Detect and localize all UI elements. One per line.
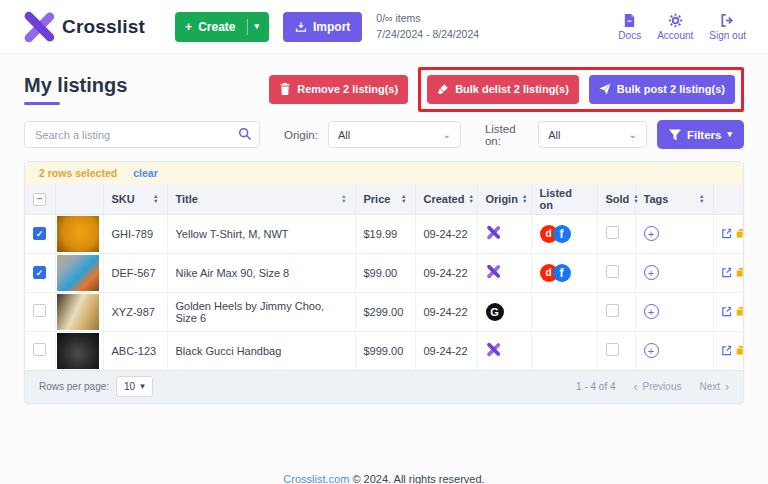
bulk-delist-button[interactable]: Bulk delist 2 listing(s): [427, 75, 579, 104]
page-title: My listings: [24, 74, 127, 105]
column-header-origin[interactable]: Origin▲▼: [477, 184, 531, 214]
row-checkbox[interactable]: [33, 304, 46, 317]
search-input[interactable]: [24, 121, 260, 148]
add-tag-icon[interactable]: +: [644, 343, 659, 358]
search-wrap: [24, 121, 260, 148]
row-created: 09-24-22: [415, 253, 477, 292]
nav-docs[interactable]: Docs: [618, 13, 641, 41]
crosslist-origin-icon: [486, 225, 501, 240]
crosslist-origin-icon: [486, 264, 501, 279]
row-select-cell[interactable]: [25, 253, 55, 292]
column-header-price[interactable]: Price▲▼: [355, 184, 415, 214]
sign-out-icon: [720, 13, 735, 28]
column-header-title[interactable]: Title▲▼: [167, 184, 355, 214]
filters-button[interactable]: Filters ▾: [657, 120, 744, 149]
column-header-listed-on: Listed on▲▼: [531, 184, 597, 214]
sold-checkbox[interactable]: [606, 226, 619, 239]
column-header-created[interactable]: Created▲▼: [415, 184, 477, 214]
brand[interactable]: Crosslist: [22, 10, 145, 44]
row-sku: DEF-567: [103, 253, 167, 292]
page-footer: Crosslist.com © 2024. All rights reserve…: [0, 470, 768, 484]
row-select-cell[interactable]: [25, 214, 55, 253]
row-title: Yellow T-Shirt, M, NWT: [167, 214, 355, 253]
listing-photo[interactable]: [57, 333, 99, 369]
nav-sign-out[interactable]: Sign out: [709, 13, 746, 41]
row-checkbox[interactable]: [33, 266, 46, 279]
row-listed-on: df: [531, 253, 597, 292]
listing-photo[interactable]: [57, 294, 99, 330]
row-image-cell: [55, 331, 103, 370]
column-header-select-all[interactable]: [25, 184, 55, 214]
row-sold-cell[interactable]: [597, 253, 635, 292]
add-tag-icon[interactable]: +: [644, 226, 659, 241]
listing-photo[interactable]: [57, 216, 99, 252]
row-sold-cell[interactable]: [597, 214, 635, 253]
column-header-sku[interactable]: SKU▲▼: [103, 184, 167, 214]
open-listing-icon[interactable]: [722, 266, 732, 279]
duplicate-icon[interactable]: [736, 266, 744, 279]
clear-selection-link[interactable]: clear: [133, 167, 158, 179]
sold-checkbox[interactable]: [606, 265, 619, 278]
site-link[interactable]: Crosslist.com: [283, 473, 349, 484]
column-header-sold[interactable]: Sold▲▼: [597, 184, 635, 214]
add-tag-icon[interactable]: +: [644, 304, 659, 319]
rows-per-page-select[interactable]: 10 ▾: [116, 376, 153, 397]
bulk-post-button[interactable]: Bulk post 2 listing(s): [589, 75, 735, 104]
row-actions: [713, 214, 744, 253]
duplicate-icon[interactable]: [736, 305, 744, 318]
open-listing-icon[interactable]: [722, 344, 732, 357]
origin-select[interactable]: All ⌄: [328, 121, 461, 148]
sold-checkbox[interactable]: [606, 304, 619, 317]
grailed-icon: G: [486, 303, 504, 321]
rows-selected-text: 2 rows selected: [39, 167, 117, 179]
sort-icon[interactable]: ▲▼: [153, 194, 158, 203]
row-sold-cell[interactable]: [597, 331, 635, 370]
sort-icon[interactable]: ▲▼: [522, 194, 527, 203]
date-range: 7/24/2024 - 8/24/2024: [376, 27, 479, 43]
row-sku: XYZ-987: [103, 292, 167, 331]
create-button[interactable]: + Create ▾: [175, 12, 269, 42]
select-all-checkbox[interactable]: [33, 193, 46, 206]
row-select-cell[interactable]: [25, 292, 55, 331]
previous-page-button[interactable]: ‹ Previous: [634, 380, 682, 394]
row-listed-on: df: [531, 214, 597, 253]
row-listed-on: [531, 331, 597, 370]
row-title: Black Gucci Handbag: [167, 331, 355, 370]
column-header-tags[interactable]: Tags▲▼: [635, 184, 713, 214]
next-page-button[interactable]: Next ›: [699, 380, 729, 394]
usage-info: 0/∞ items 7/24/2024 - 8/24/2024: [376, 11, 479, 43]
row-select-cell[interactable]: [25, 331, 55, 370]
chevron-down-icon: ⌄: [629, 130, 637, 140]
row-checkbox[interactable]: [33, 227, 46, 240]
open-listing-icon[interactable]: [722, 305, 732, 318]
sold-checkbox[interactable]: [606, 343, 619, 356]
sort-icon[interactable]: ▲▼: [633, 194, 638, 203]
sort-icon[interactable]: ▲▼: [468, 194, 473, 203]
brand-name: Crosslist: [62, 16, 145, 38]
sort-icon[interactable]: ▲▼: [341, 194, 346, 203]
row-created: 09-24-22: [415, 292, 477, 331]
origin-select-value: All: [338, 129, 350, 141]
row-tags: +: [635, 292, 713, 331]
row-created: 09-24-22: [415, 331, 477, 370]
sort-icon[interactable]: ▲▼: [401, 194, 406, 203]
row-listed-on: [531, 292, 597, 331]
nav-account[interactable]: Account: [657, 13, 693, 41]
search-icon[interactable]: [238, 127, 252, 141]
row-checkbox[interactable]: [33, 343, 46, 356]
listing-photo[interactable]: [57, 255, 99, 291]
import-button[interactable]: Import: [283, 12, 362, 42]
duplicate-icon[interactable]: [736, 227, 744, 240]
row-tags: +: [635, 214, 713, 253]
row-sold-cell[interactable]: [597, 292, 635, 331]
listed-on-select[interactable]: All ⌄: [538, 121, 647, 148]
button-divider: [247, 19, 248, 35]
duplicate-icon[interactable]: [736, 344, 744, 357]
sort-icon[interactable]: ▲▼: [699, 194, 704, 203]
remove-listings-button[interactable]: Remove 2 listing(s): [269, 75, 408, 104]
row-image-cell: [55, 253, 103, 292]
open-listing-icon[interactable]: [722, 227, 732, 240]
add-tag-icon[interactable]: +: [644, 265, 659, 280]
table-body: GHI-789 Yellow T-Shirt, M, NWT $19.99 09…: [25, 214, 744, 370]
row-title: Golden Heels by Jimmy Choo, Size 6: [167, 292, 355, 331]
